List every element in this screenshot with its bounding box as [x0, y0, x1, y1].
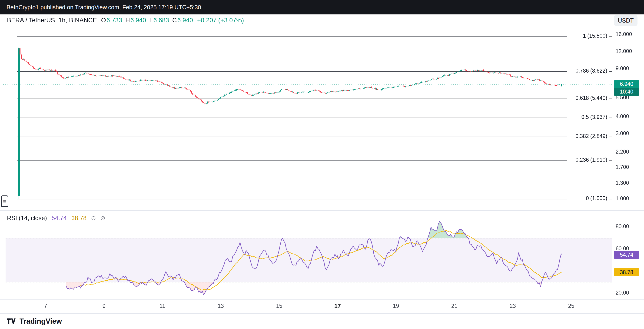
- high-label: H: [125, 17, 130, 24]
- time-axis-label: 11: [160, 303, 165, 309]
- price-scale-label: 12.000: [616, 48, 632, 55]
- empty-set-symbol: ∅: [100, 215, 105, 221]
- rsi-scale-label: 80.00: [616, 223, 629, 230]
- fib-level-label: 0 (1.000): [586, 195, 607, 201]
- symbol-legend: BERA / TetherUS, 1h, BINANCE O6.733 H6.9…: [7, 17, 244, 24]
- price-scale-label: 4.000: [616, 113, 629, 120]
- tradingview-logo-icon[interactable]: [6, 317, 16, 325]
- tradingview-brand-link[interactable]: TradingView: [20, 317, 62, 325]
- price-scale-label: 3.000: [616, 130, 629, 137]
- price-scale-label: 1.000: [616, 195, 629, 202]
- price-scale-label: 2.200: [616, 149, 629, 155]
- time-axis-label: 7: [44, 303, 47, 309]
- rsi-legend-ma-value: 38.78: [71, 214, 86, 222]
- attribution-bar: BeInCrypto1 published on TradingView.com…: [0, 0, 644, 15]
- time-axis-label: 13: [218, 303, 224, 309]
- price-scale-label: 9.000: [616, 65, 629, 72]
- price-scale-label: 16.000: [616, 31, 632, 38]
- time-axis-label: 25: [568, 303, 574, 309]
- bar-countdown: 10:40: [614, 88, 639, 96]
- open-label: O: [101, 17, 106, 24]
- time-axis-label: 15: [276, 303, 282, 309]
- currency-toggle-button[interactable]: USDT: [614, 15, 638, 26]
- low-label: L: [149, 17, 153, 24]
- price-scale[interactable]: 6.940 10:40 54.74 38.78 16.00012.0009.00…: [612, 15, 644, 299]
- current-price-badge: 6.940 10:40: [614, 80, 639, 96]
- price-scale-label: 1.300: [616, 180, 629, 186]
- fib-drawing-handle-icon[interactable]: ≡: [1, 195, 8, 207]
- time-axis-label: 21: [451, 303, 458, 309]
- footer-bar: TradingView: [0, 313, 644, 329]
- chart-canvas[interactable]: [0, 0, 644, 329]
- rsi-ma-value-badge: 38.78: [614, 268, 639, 276]
- rsi-value-badge: 54.74: [614, 251, 639, 259]
- tradingview-published-chart: { "attribution": { "text": "BeInCrypto1 …: [0, 0, 644, 329]
- fib-level-label: 1 (15.500): [583, 33, 607, 39]
- time-axis-label: 23: [510, 303, 516, 309]
- pane-separator[interactable]: [0, 210, 644, 211]
- time-axis-label: 9: [102, 303, 106, 309]
- fib-level-label: 0.236 (1.910): [576, 157, 607, 163]
- time-axis-separator: [0, 299, 644, 300]
- fib-level-label: 0.382 (2.849): [576, 133, 607, 139]
- rsi-legend: RSI (14, close) 54.74 38.78 ∅ ∅: [7, 214, 105, 222]
- fib-level-label: 0.618 (5.440): [576, 95, 607, 101]
- symbol-title[interactable]: BERA / TetherUS, 1h, BINANCE: [7, 17, 97, 24]
- rsi-legend-value: 54.74: [52, 214, 67, 222]
- current-price-value: 6.940: [614, 80, 639, 88]
- close-label: C: [172, 17, 177, 24]
- empty-set-symbol: ∅: [91, 215, 96, 221]
- time-axis-label: 19: [393, 303, 399, 309]
- change-value: +0.207 (+3.07%): [197, 17, 244, 24]
- close-value: 6.940: [177, 17, 193, 24]
- high-value: 6.940: [130, 17, 146, 24]
- low-value: 6.683: [153, 17, 169, 24]
- fib-level-label: 0.5 (3.937): [582, 114, 607, 120]
- time-axis-label: 17: [334, 303, 341, 309]
- fib-level-label: 0.786 (8.622): [576, 68, 607, 74]
- attribution-text: BeInCrypto1 published on TradingView.com…: [6, 4, 201, 11]
- rsi-scale-label: 20.00: [616, 290, 629, 296]
- rsi-indicator-title[interactable]: RSI (14, close): [7, 214, 47, 222]
- open-value: 6.733: [106, 17, 122, 24]
- price-scale-label: 1.700: [616, 164, 629, 170]
- ohlc-readout: O6.733 H6.940 L6.683 C6.940: [101, 17, 193, 24]
